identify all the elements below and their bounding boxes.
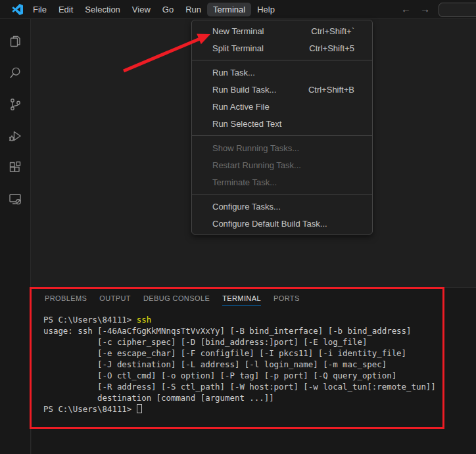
menu-item-run-build-task[interactable]: Run Build Task... Ctrl+Shift+B xyxy=(192,81,372,98)
menu-item-label: Run Task... xyxy=(212,68,255,78)
titlebar: File Edit Selection View Go Run Terminal… xyxy=(0,0,476,19)
terminal-line: [-c cipher_spec] [-D [bind_address:]port… xyxy=(43,336,476,348)
terminal-prompt: PS C:\Users\84111> xyxy=(43,315,137,325)
terminal-line: [-R address] [-S ctl_path] [-W host:port… xyxy=(43,381,476,392)
menu-item-split-terminal[interactable]: Split Terminal Ctrl+Shift+5 xyxy=(192,39,372,57)
menu-view[interactable]: View xyxy=(126,3,156,16)
menu-help[interactable]: Help xyxy=(251,3,281,16)
terminal-line: [-O ctl_cmd] [-o option] [-P tag] [-p po… xyxy=(43,370,476,381)
menu-selection[interactable]: Selection xyxy=(79,3,126,16)
menu-item-label: Configure Default Build Task... xyxy=(212,219,327,229)
activity-bar xyxy=(0,19,31,454)
run-and-debug-icon[interactable] xyxy=(0,120,31,152)
menu-item-label: Run Selected Text xyxy=(212,119,281,129)
terminal-command: ssh xyxy=(137,315,151,325)
menu-separator xyxy=(192,135,372,136)
menu-item-shortcut: Ctrl+Shift+B xyxy=(308,85,354,95)
command-center-search-box[interactable] xyxy=(439,3,476,17)
menu-item-run-selected-text[interactable]: Run Selected Text xyxy=(192,115,372,132)
menu-item-configure-tasks[interactable]: Configure Tasks... xyxy=(192,198,372,215)
vscode-logo xyxy=(12,4,23,15)
terminal-menu-dropdown: New Terminal Ctrl+Shift+` Split Terminal… xyxy=(191,20,373,235)
search-icon[interactable] xyxy=(0,57,31,89)
remote-explorer-icon[interactable] xyxy=(0,183,31,215)
menu-item-label: Terminate Task... xyxy=(212,177,277,187)
menu-item-run-task[interactable]: Run Task... xyxy=(192,64,372,81)
panel-tab-ports[interactable]: PORTS xyxy=(274,294,300,306)
menu-item-label: Show Running Tasks... xyxy=(212,143,299,153)
terminal-line: [-J destination] [-L address] [-l login_… xyxy=(43,359,476,370)
terminal-line: [-e escape_char] [-F configfile] [-I pkc… xyxy=(43,348,476,359)
terminal-output[interactable]: PS C:\Users\84111> ssh usage: ssh [-46Aa… xyxy=(43,314,476,415)
menu-terminal[interactable]: Terminal xyxy=(207,3,251,16)
menu-item-label: Split Terminal xyxy=(212,43,264,53)
explorer-icon[interactable] xyxy=(0,26,31,57)
menu-separator xyxy=(192,60,372,60)
menu-file[interactable]: File xyxy=(27,3,53,16)
extensions-icon[interactable] xyxy=(0,152,31,183)
terminal-prompt: PS C:\Users\84111> xyxy=(43,404,137,414)
vscode-window: File Edit Selection View Go Run Terminal… xyxy=(0,0,476,454)
menu-run[interactable]: Run xyxy=(179,3,207,16)
menu-item-terminate-task: Terminate Task... xyxy=(192,173,372,191)
menu-item-configure-default-build-task[interactable]: Configure Default Build Task... xyxy=(192,215,372,232)
panel-tab-terminal[interactable]: TERMINAL xyxy=(222,294,261,306)
bottom-panel: PROBLEMS OUTPUT DEBUG CONSOLE TERMINAL P… xyxy=(32,287,476,454)
panel-tab-bar: PROBLEMS OUTPUT DEBUG CONSOLE TERMINAL P… xyxy=(32,288,476,306)
terminal-cursor[interactable] xyxy=(137,404,142,413)
menu-item-show-running-tasks: Show Running Tasks... xyxy=(192,139,372,156)
menu-item-label: Run Active File xyxy=(212,102,270,112)
panel-tab-output[interactable]: OUTPUT xyxy=(99,294,131,306)
terminal-line: destination [command [argument ...]] xyxy=(43,392,476,403)
menu-item-label: New Terminal xyxy=(212,26,264,36)
panel-tab-debug-console[interactable]: DEBUG CONSOLE xyxy=(143,294,210,306)
menu-item-restart-running-task: Restart Running Task... xyxy=(192,156,372,173)
terminal-line: PS C:\Users\84111> ssh xyxy=(43,314,476,325)
panel-tab-problems[interactable]: PROBLEMS xyxy=(45,294,87,306)
terminal-line: PS C:\Users\84111> xyxy=(43,403,476,415)
terminal-line: usage: ssh [-46AaCfGgKkMNnqsTtVvXxYy] [-… xyxy=(43,325,476,336)
nav-forward-icon[interactable]: → xyxy=(420,3,430,16)
menu-item-label: Configure Tasks... xyxy=(212,202,281,212)
menu-item-shortcut: Ctrl+Shift+5 xyxy=(309,43,354,53)
nav-back-icon[interactable]: ← xyxy=(401,3,411,16)
menu-go[interactable]: Go xyxy=(156,3,179,16)
menu-item-shortcut: Ctrl+Shift+` xyxy=(311,26,354,36)
menu-edit[interactable]: Edit xyxy=(53,3,79,16)
menu-item-label: Run Build Task... xyxy=(212,85,276,95)
menubar: File Edit Selection View Go Run Terminal… xyxy=(27,3,281,16)
menu-item-run-active-file[interactable]: Run Active File xyxy=(192,98,372,115)
menu-separator xyxy=(192,194,372,194)
menu-item-label: Restart Running Task... xyxy=(212,160,301,170)
menu-item-new-terminal[interactable]: New Terminal Ctrl+Shift+` xyxy=(192,22,372,39)
source-control-icon[interactable] xyxy=(0,89,31,120)
